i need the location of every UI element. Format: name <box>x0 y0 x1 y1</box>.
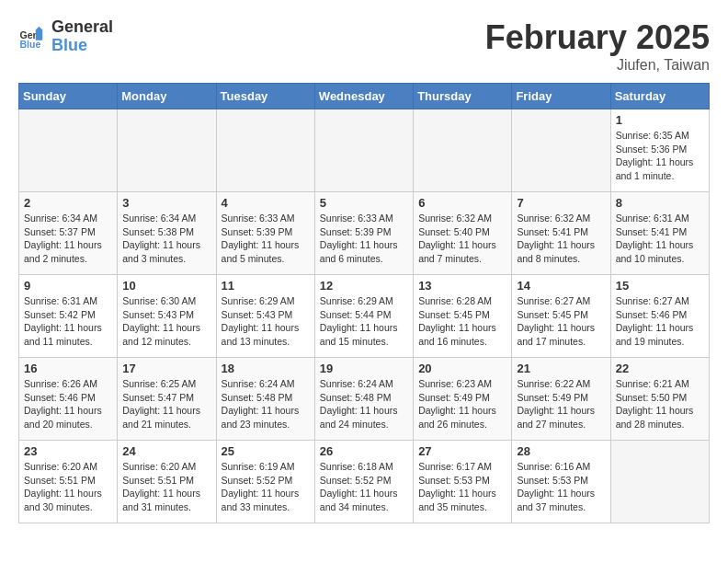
header: Gen Blue General Blue February 2025 Jiuf… <box>18 18 710 74</box>
location-subtitle: Jiufen, Taiwan <box>485 57 710 74</box>
day-number: 13 <box>418 279 506 293</box>
calendar-day-cell: 13Sunrise: 6:28 AM Sunset: 5:45 PM Dayli… <box>414 275 512 358</box>
day-info: Sunrise: 6:23 AM Sunset: 5:49 PM Dayligh… <box>418 377 506 431</box>
day-number: 26 <box>320 444 408 458</box>
calendar-day-cell: 28Sunrise: 6:16 AM Sunset: 5:53 PM Dayli… <box>512 441 610 523</box>
day-number: 15 <box>616 279 704 293</box>
day-number: 21 <box>517 362 605 375</box>
calendar-day-cell <box>118 109 216 192</box>
day-number: 19 <box>320 362 408 375</box>
calendar-day-cell: 18Sunrise: 6:24 AM Sunset: 5:48 PM Dayli… <box>216 358 314 441</box>
calendar-day-cell: 4Sunrise: 6:33 AM Sunset: 5:39 PM Daylig… <box>216 192 314 275</box>
day-info: Sunrise: 6:34 AM Sunset: 5:37 PM Dayligh… <box>24 212 112 266</box>
logo-general-text: General <box>51 18 113 37</box>
day-info: Sunrise: 6:31 AM Sunset: 5:41 PM Dayligh… <box>616 212 704 266</box>
calendar-day-cell: 19Sunrise: 6:24 AM Sunset: 5:48 PM Dayli… <box>314 358 413 441</box>
calendar-day-cell: 5Sunrise: 6:33 AM Sunset: 5:39 PM Daylig… <box>314 192 413 275</box>
day-info: Sunrise: 6:33 AM Sunset: 5:39 PM Dayligh… <box>222 212 310 266</box>
day-of-week-header: Saturday <box>610 84 709 109</box>
logo-blue-text: Blue <box>51 37 113 55</box>
calendar-week-row: 9Sunrise: 6:31 AM Sunset: 5:42 PM Daylig… <box>19 275 710 358</box>
day-info: Sunrise: 6:21 AM Sunset: 5:50 PM Dayligh… <box>616 377 704 431</box>
day-info: Sunrise: 6:29 AM Sunset: 5:44 PM Dayligh… <box>320 294 408 349</box>
day-info: Sunrise: 6:19 AM Sunset: 5:52 PM Dayligh… <box>222 460 310 514</box>
calendar-day-cell: 11Sunrise: 6:29 AM Sunset: 5:43 PM Dayli… <box>216 275 314 358</box>
calendar-day-cell: 25Sunrise: 6:19 AM Sunset: 5:52 PM Dayli… <box>216 441 314 523</box>
calendar-week-row: 2Sunrise: 6:34 AM Sunset: 5:37 PM Daylig… <box>19 192 710 275</box>
day-of-week-header: Tuesday <box>216 84 314 109</box>
day-number: 6 <box>418 196 506 210</box>
day-of-week-header: Wednesday <box>314 84 413 109</box>
calendar-day-cell: 10Sunrise: 6:30 AM Sunset: 5:43 PM Dayli… <box>118 275 216 358</box>
calendar-day-cell: 20Sunrise: 6:23 AM Sunset: 5:49 PM Dayli… <box>414 358 512 441</box>
day-info: Sunrise: 6:34 AM Sunset: 5:38 PM Dayligh… <box>122 212 210 266</box>
title-area: February 2025 Jiufen, Taiwan <box>485 18 710 74</box>
day-info: Sunrise: 6:32 AM Sunset: 5:41 PM Dayligh… <box>517 212 605 266</box>
day-info: Sunrise: 6:20 AM Sunset: 5:51 PM Dayligh… <box>24 460 112 514</box>
day-number: 23 <box>24 444 112 458</box>
calendar-day-cell: 2Sunrise: 6:34 AM Sunset: 5:37 PM Daylig… <box>19 192 118 275</box>
day-number: 9 <box>24 279 112 293</box>
day-info: Sunrise: 6:33 AM Sunset: 5:39 PM Dayligh… <box>320 212 408 266</box>
day-number: 11 <box>222 279 310 293</box>
svg-text:Blue: Blue <box>20 39 41 50</box>
day-info: Sunrise: 6:26 AM Sunset: 5:46 PM Dayligh… <box>24 377 112 431</box>
calendar-day-cell <box>19 109 118 192</box>
day-number: 2 <box>24 196 112 210</box>
calendar-header-row: SundayMondayTuesdayWednesdayThursdayFrid… <box>19 84 710 109</box>
day-number: 28 <box>517 444 605 458</box>
day-number: 12 <box>320 279 408 293</box>
calendar-day-cell: 23Sunrise: 6:20 AM Sunset: 5:51 PM Dayli… <box>19 441 118 523</box>
calendar-day-cell: 12Sunrise: 6:29 AM Sunset: 5:44 PM Dayli… <box>314 275 413 358</box>
calendar-week-row: 16Sunrise: 6:26 AM Sunset: 5:46 PM Dayli… <box>19 358 710 441</box>
day-of-week-header: Thursday <box>414 84 512 109</box>
day-info: Sunrise: 6:22 AM Sunset: 5:49 PM Dayligh… <box>517 377 605 431</box>
calendar-day-cell: 22Sunrise: 6:21 AM Sunset: 5:50 PM Dayli… <box>610 358 709 441</box>
day-number: 8 <box>616 196 704 210</box>
day-number: 4 <box>222 196 310 210</box>
calendar-day-cell: 27Sunrise: 6:17 AM Sunset: 5:53 PM Dayli… <box>414 441 512 523</box>
day-number: 18 <box>222 362 310 375</box>
calendar-day-cell: 8Sunrise: 6:31 AM Sunset: 5:41 PM Daylig… <box>610 192 709 275</box>
day-number: 22 <box>616 362 704 375</box>
calendar-day-cell: 14Sunrise: 6:27 AM Sunset: 5:45 PM Dayli… <box>512 275 610 358</box>
day-number: 24 <box>122 444 210 458</box>
calendar-day-cell: 17Sunrise: 6:25 AM Sunset: 5:47 PM Dayli… <box>118 358 216 441</box>
day-number: 16 <box>24 362 112 375</box>
day-number: 27 <box>418 444 506 458</box>
day-info: Sunrise: 6:24 AM Sunset: 5:48 PM Dayligh… <box>320 377 408 431</box>
day-info: Sunrise: 6:32 AM Sunset: 5:40 PM Dayligh… <box>418 212 506 266</box>
calendar-day-cell <box>216 109 314 192</box>
logo: Gen Blue General Blue <box>18 18 113 55</box>
day-info: Sunrise: 6:27 AM Sunset: 5:46 PM Dayligh… <box>616 294 704 349</box>
day-info: Sunrise: 6:16 AM Sunset: 5:53 PM Dayligh… <box>517 460 605 514</box>
logo-text: General Blue <box>51 18 113 55</box>
calendar-day-cell: 9Sunrise: 6:31 AM Sunset: 5:42 PM Daylig… <box>19 275 118 358</box>
day-number: 14 <box>517 279 605 293</box>
day-info: Sunrise: 6:25 AM Sunset: 5:47 PM Dayligh… <box>122 377 210 431</box>
day-of-week-header: Monday <box>118 84 216 109</box>
calendar-day-cell <box>414 109 512 192</box>
calendar-day-cell: 24Sunrise: 6:20 AM Sunset: 5:51 PM Dayli… <box>118 441 216 523</box>
calendar-week-row: 1Sunrise: 6:35 AM Sunset: 5:36 PM Daylig… <box>19 109 710 192</box>
logo-icon: Gen Blue <box>18 23 46 51</box>
calendar-week-row: 23Sunrise: 6:20 AM Sunset: 5:51 PM Dayli… <box>19 441 710 523</box>
calendar-day-cell: 16Sunrise: 6:26 AM Sunset: 5:46 PM Dayli… <box>19 358 118 441</box>
day-of-week-header: Friday <box>512 84 610 109</box>
day-number: 5 <box>320 196 408 210</box>
day-number: 17 <box>122 362 210 375</box>
calendar-day-cell: 1Sunrise: 6:35 AM Sunset: 5:36 PM Daylig… <box>610 109 709 192</box>
day-info: Sunrise: 6:24 AM Sunset: 5:48 PM Dayligh… <box>222 377 310 431</box>
calendar: SundayMondayTuesdayWednesdayThursdayFrid… <box>18 83 710 523</box>
calendar-day-cell: 21Sunrise: 6:22 AM Sunset: 5:49 PM Dayli… <box>512 358 610 441</box>
day-info: Sunrise: 6:29 AM Sunset: 5:43 PM Dayligh… <box>222 294 310 349</box>
month-title: February 2025 <box>485 18 710 57</box>
day-number: 3 <box>122 196 210 210</box>
day-number: 1 <box>616 113 704 127</box>
day-number: 10 <box>122 279 210 293</box>
day-info: Sunrise: 6:18 AM Sunset: 5:52 PM Dayligh… <box>320 460 408 514</box>
calendar-day-cell: 6Sunrise: 6:32 AM Sunset: 5:40 PM Daylig… <box>414 192 512 275</box>
day-info: Sunrise: 6:35 AM Sunset: 5:36 PM Dayligh… <box>616 129 704 183</box>
day-info: Sunrise: 6:31 AM Sunset: 5:42 PM Dayligh… <box>24 294 112 349</box>
day-info: Sunrise: 6:27 AM Sunset: 5:45 PM Dayligh… <box>517 294 605 349</box>
